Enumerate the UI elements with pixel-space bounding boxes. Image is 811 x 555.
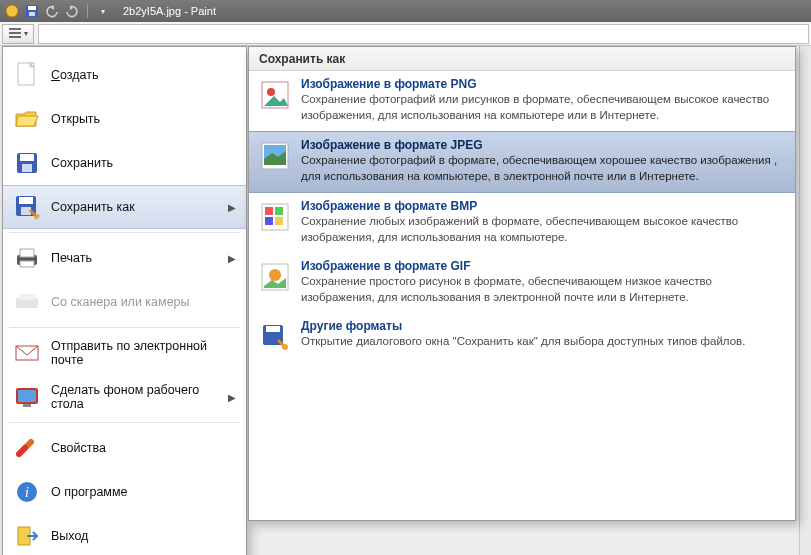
- menu-separator: [9, 327, 240, 328]
- save-as-png[interactable]: Изображение в формате PNG Сохранение фот…: [249, 71, 795, 131]
- redo-qat-button[interactable]: [64, 3, 80, 19]
- menu-email-label: Отправить по электронной почте: [51, 339, 236, 367]
- save-as-gif-title: Изображение в формате GIF: [301, 259, 785, 273]
- svg-point-36: [269, 269, 281, 281]
- submenu-arrow-icon: ▶: [228, 202, 236, 213]
- menu-create[interactable]: Создать: [3, 53, 246, 97]
- svg-point-27: [267, 88, 275, 96]
- svg-rect-38: [266, 326, 280, 332]
- open-folder-icon: [13, 105, 41, 133]
- save-as-submenu: Сохранить как Изображение в формате PNG …: [248, 46, 796, 521]
- other-formats-icon: [259, 321, 291, 353]
- menu-save-as[interactable]: Сохранить как ▶: [3, 185, 246, 229]
- scanner-icon: [13, 288, 41, 316]
- svg-rect-15: [20, 249, 34, 257]
- menu-create-label: Создать: [51, 68, 236, 82]
- svg-rect-2: [28, 6, 36, 10]
- properties-icon: [13, 434, 41, 462]
- svg-rect-9: [20, 154, 34, 161]
- menu-properties[interactable]: Свойства: [3, 426, 246, 470]
- menu-about[interactable]: i О программе: [3, 470, 246, 514]
- qat-customize-button[interactable]: ▾: [95, 3, 111, 19]
- save-as-bmp-title: Изображение в формате BMP: [301, 199, 785, 213]
- save-as-icon: [13, 193, 41, 221]
- svg-rect-18: [19, 294, 35, 300]
- info-icon: i: [13, 478, 41, 506]
- new-file-icon: [13, 61, 41, 89]
- quick-access-toolbar: ▾: [4, 3, 111, 19]
- menu-open[interactable]: Открыть: [3, 97, 246, 141]
- menu-scanner: Со сканера или камеры: [3, 280, 246, 324]
- save-as-other[interactable]: Другие форматы Открытие диалогового окна…: [249, 313, 795, 361]
- save-icon: [13, 149, 41, 177]
- svg-rect-12: [19, 197, 33, 204]
- save-as-other-title: Другие форматы: [301, 319, 785, 333]
- svg-point-39: [282, 344, 288, 350]
- undo-qat-button[interactable]: [44, 3, 60, 19]
- save-as-jpeg[interactable]: Изображение в формате JPEG Сохранение фо…: [249, 131, 795, 193]
- menu-email[interactable]: Отправить по электронной почте: [3, 331, 246, 375]
- svg-rect-3: [29, 12, 35, 16]
- desktop-bg-icon: [13, 383, 41, 411]
- menu-about-label: О программе: [51, 485, 236, 499]
- bmp-icon: [259, 201, 291, 233]
- save-as-bmp[interactable]: Изображение в формате BMP Сохранение люб…: [249, 193, 795, 253]
- save-qat-button[interactable]: [24, 3, 40, 19]
- menu-scanner-label: Со сканера или камеры: [51, 295, 236, 309]
- save-as-jpeg-desc: Сохранение фотографий в формате, обеспеч…: [301, 153, 785, 184]
- svg-rect-33: [265, 217, 273, 225]
- save-as-bmp-desc: Сохранение любых изображений в формате, …: [301, 214, 785, 245]
- save-as-jpeg-title: Изображение в формате JPEG: [301, 138, 785, 152]
- svg-rect-6: [9, 36, 21, 38]
- menu-exit-label: Выход: [51, 529, 236, 543]
- jpeg-icon: [259, 140, 291, 172]
- file-tab-icon: [9, 28, 21, 39]
- ribbon-strip: ▾: [0, 22, 811, 46]
- menu-save-as-label: Сохранить как: [51, 200, 218, 214]
- svg-rect-10: [22, 164, 32, 172]
- submenu-header: Сохранить как: [249, 47, 795, 71]
- svg-rect-4: [9, 28, 21, 30]
- svg-rect-32: [275, 207, 283, 215]
- exit-icon: [13, 522, 41, 550]
- chevron-down-icon: ▾: [24, 29, 28, 38]
- png-icon: [259, 79, 291, 111]
- ribbon-blank-area: [38, 24, 809, 44]
- menu-print[interactable]: Печать ▶: [3, 236, 246, 280]
- svg-rect-31: [265, 207, 273, 215]
- menu-separator: [9, 232, 240, 233]
- menu-separator: [9, 422, 240, 423]
- menu-save-label: Сохранить: [51, 156, 236, 170]
- gif-icon: [259, 261, 291, 293]
- menu-print-label: Печать: [51, 251, 218, 265]
- menu-properties-label: Свойства: [51, 441, 236, 455]
- save-as-gif-desc: Сохранение простого рисунок в формате, о…: [301, 274, 785, 305]
- save-as-gif[interactable]: Изображение в формате GIF Сохранение про…: [249, 253, 795, 313]
- app-icon[interactable]: [4, 3, 20, 19]
- submenu-arrow-icon: ▶: [228, 392, 236, 403]
- print-icon: [13, 244, 41, 272]
- save-as-png-desc: Сохранение фотографий или рисунков в фор…: [301, 92, 785, 123]
- menu-desktop-bg[interactable]: Сделать фоном рабочего стола ▶: [3, 375, 246, 419]
- svg-rect-5: [9, 32, 21, 34]
- svg-point-0: [6, 5, 18, 17]
- file-tab-button[interactable]: ▾: [2, 24, 34, 44]
- save-as-png-title: Изображение в формате PNG: [301, 77, 785, 91]
- svg-rect-34: [275, 217, 283, 225]
- email-icon: [13, 339, 41, 367]
- svg-text:i: i: [25, 485, 29, 500]
- menu-desktop-bg-label: Сделать фоном рабочего стола: [51, 383, 218, 411]
- save-as-other-desc: Открытие диалогового окна "Сохранить как…: [301, 334, 785, 350]
- file-menu: Создать Открыть Сохранить Сохранить как …: [2, 46, 247, 555]
- scrollbar[interactable]: [799, 46, 811, 555]
- svg-rect-21: [18, 390, 36, 402]
- svg-rect-16: [20, 261, 34, 267]
- menu-save[interactable]: Сохранить: [3, 141, 246, 185]
- window-title: 2b2yI5A.jpg - Paint: [123, 5, 216, 17]
- menu-open-label: Открыть: [51, 112, 236, 126]
- menu-exit[interactable]: Выход: [3, 514, 246, 555]
- titlebar: ▾ 2b2yI5A.jpg - Paint: [0, 0, 811, 22]
- svg-rect-22: [23, 404, 31, 407]
- submenu-arrow-icon: ▶: [228, 253, 236, 264]
